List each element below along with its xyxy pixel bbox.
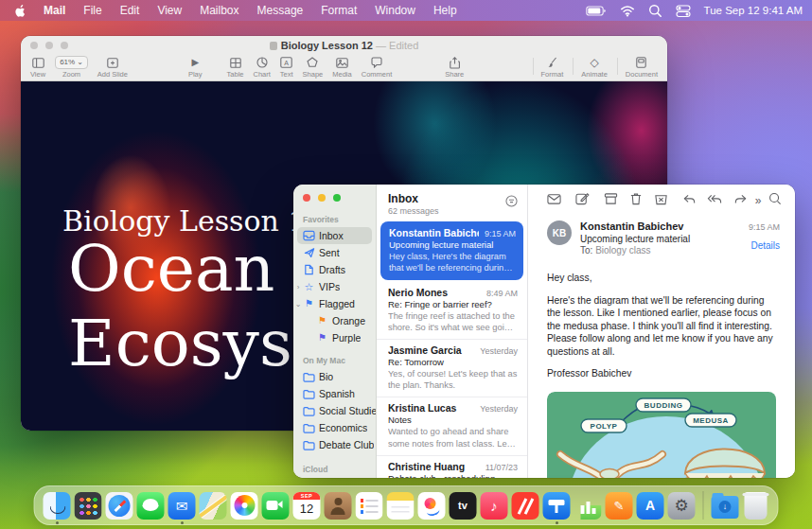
- keynote-add-slide-button[interactable]: Add Slide: [97, 56, 128, 79]
- dock-trash-icon[interactable]: [745, 492, 768, 520]
- keynote-document-button[interactable]: Document: [626, 56, 658, 79]
- message-row[interactable]: Kristina LucasYesterday Notes Wanted to …: [377, 397, 527, 455]
- chevron-down-icon[interactable]: ⌄: [294, 300, 302, 309]
- running-indicator: [181, 521, 184, 524]
- sidebar-item-flag-orange[interactable]: ⚑ Orange: [293, 312, 376, 329]
- dock-messages-icon[interactable]: [137, 492, 165, 520]
- calendar-month: SEP: [293, 492, 321, 500]
- dock-photos-icon[interactable]: [231, 492, 258, 520]
- attachment-diagram[interactable]: POLYP BUDDING MEDUSA: [547, 392, 776, 478]
- sidebar-item-inbox[interactable]: Inbox: [297, 227, 372, 244]
- apple-menu-icon[interactable]: [13, 4, 26, 18]
- message-count: 62 messages: [388, 206, 439, 216]
- more-actions-icon[interactable]: »: [755, 194, 762, 207]
- mark-unread-icon[interactable]: [547, 192, 561, 209]
- dock-mail-icon[interactable]: ✉: [168, 492, 196, 520]
- dock-music-icon[interactable]: ♪: [481, 492, 508, 520]
- junk-icon[interactable]: [654, 192, 668, 209]
- dock-safari-icon[interactable]: [106, 492, 133, 520]
- draft-icon: [303, 264, 315, 275]
- search-icon[interactable]: [768, 192, 782, 209]
- message-row[interactable]: Nerio Mones8:49 AM Re: Fringe or barrier…: [377, 282, 527, 340]
- sidebar-item-social-studies[interactable]: Social Studies: [293, 402, 376, 419]
- dock-calendar-icon[interactable]: SEP12: [293, 492, 321, 520]
- sidebar-item-debate-club[interactable]: Debate Club: [293, 436, 376, 453]
- keynote-text-button[interactable]: A Text: [280, 56, 293, 79]
- sidebar-item-spanish[interactable]: Spanish: [293, 385, 376, 402]
- keynote-animate-button[interactable]: ◇ Animate: [581, 56, 608, 79]
- dock-settings-icon[interactable]: ⚙: [668, 492, 696, 520]
- dock-freeform-icon[interactable]: [418, 492, 446, 520]
- keynote-play-button[interactable]: ▶ Play: [188, 56, 203, 79]
- menu-edit[interactable]: Edit: [120, 4, 140, 17]
- wifi-icon[interactable]: [620, 4, 635, 17]
- details-link[interactable]: Details: [749, 240, 780, 251]
- toolbar-separator: [573, 58, 574, 75]
- sidebar-item-economics[interactable]: Economics: [293, 419, 376, 436]
- dock-numbers-icon[interactable]: [574, 492, 602, 520]
- chevron-right-icon[interactable]: ›: [294, 283, 302, 291]
- dock-facetime-icon[interactable]: [262, 492, 290, 520]
- menu-mail[interactable]: Mail: [44, 4, 65, 17]
- dock-appletv-icon[interactable]: tv: [450, 492, 477, 520]
- sidebar-item-bio[interactable]: Bio: [293, 368, 376, 385]
- message-row[interactable]: Jasmine GarciaYesterday Re: Tomorrow Yes…: [377, 340, 527, 397]
- keynote-format-button[interactable]: Format: [541, 56, 564, 79]
- sidebar-item-drafts[interactable]: Drafts: [293, 261, 376, 278]
- keynote-media-button[interactable]: Media: [332, 56, 351, 79]
- dock-pages-icon[interactable]: ✎: [606, 492, 633, 520]
- menu-file[interactable]: File: [83, 4, 101, 17]
- keynote-shape-button[interactable]: Shape: [303, 56, 324, 79]
- reply-icon[interactable]: [682, 192, 697, 209]
- dock-notes-icon[interactable]: [387, 492, 415, 520]
- message-row[interactable]: Christine Huang11/07/23 Debate club - re…: [377, 456, 527, 478]
- battery-icon[interactable]: [586, 4, 607, 18]
- keynote-view-button[interactable]: View: [30, 56, 45, 79]
- search-icon[interactable]: [648, 4, 662, 18]
- dock-contacts-icon[interactable]: [325, 492, 352, 520]
- dock-finder-icon[interactable]: [44, 492, 71, 520]
- keynote-comment-button[interactable]: Comment: [362, 56, 393, 79]
- dock-keynote-icon[interactable]: [543, 492, 571, 520]
- menu-window[interactable]: Window: [375, 4, 415, 17]
- menu-format[interactable]: Format: [321, 4, 357, 17]
- menu-mailbox[interactable]: Mailbox: [200, 4, 238, 17]
- menu-help[interactable]: Help: [433, 4, 457, 17]
- minimize-button[interactable]: [318, 194, 326, 202]
- menu-message[interactable]: Message: [257, 4, 304, 17]
- dock-appstore-icon[interactable]: A: [637, 492, 664, 520]
- sidebar-item-flagged[interactable]: ⌄ ⚑ Flagged: [293, 295, 376, 312]
- dock-reminders-icon[interactable]: [356, 492, 383, 520]
- filter-icon[interactable]: [505, 194, 518, 211]
- dock-maps-icon[interactable]: [200, 492, 227, 520]
- keynote-share-button[interactable]: Share: [445, 56, 464, 79]
- keynote-table-button[interactable]: Table: [227, 56, 244, 79]
- sidebar-section-icloud[interactable]: iCloud: [293, 461, 376, 477]
- sidebar-item-flag-purple[interactable]: ⚑ Purple: [293, 329, 376, 346]
- diagram-label-budding: BUDDING: [644, 401, 683, 410]
- dock-launchpad-icon[interactable]: [75, 492, 102, 520]
- mailbox-title: Inbox: [388, 192, 439, 205]
- reply-all-icon[interactable]: [707, 192, 722, 209]
- dock-downloads-icon[interactable]: ↓: [712, 496, 739, 519]
- dock-news-icon[interactable]: [512, 492, 539, 520]
- zoom-button[interactable]: [333, 194, 341, 202]
- sidebar-item-sent[interactable]: Sent: [293, 244, 376, 261]
- sidebar-item-vips[interactable]: › ☆ VIPs: [293, 278, 376, 295]
- keynote-zoom-control[interactable]: 61%⌄ Zoom: [55, 56, 88, 79]
- menu-clock[interactable]: Tue Sep 12 9:41 AM: [704, 5, 803, 16]
- close-button[interactable]: [303, 194, 310, 202]
- mail-traffic-lights[interactable]: [293, 192, 376, 211]
- compose-icon[interactable]: [575, 192, 590, 209]
- sidebar-section-favorites: Favorites: [293, 211, 376, 227]
- archive-icon[interactable]: [604, 192, 618, 209]
- mail-sidebar: Favorites Inbox Sent Drafts › ☆ VIPs ⌄ ⚑: [293, 185, 377, 478]
- keynote-titlebar[interactable]: Biology Lesson 12 — Edited: [21, 36, 667, 55]
- keynote-chart-button[interactable]: Chart: [253, 56, 270, 79]
- message-row-selected[interactable]: Konstantin Babichev9:15 AM Upcoming lect…: [380, 221, 523, 280]
- control-center-icon[interactable]: [676, 4, 691, 18]
- menu-view[interactable]: View: [157, 4, 182, 17]
- trash-icon[interactable]: [629, 192, 643, 209]
- forward-icon[interactable]: [733, 192, 748, 209]
- folder-icon: [303, 440, 315, 450]
